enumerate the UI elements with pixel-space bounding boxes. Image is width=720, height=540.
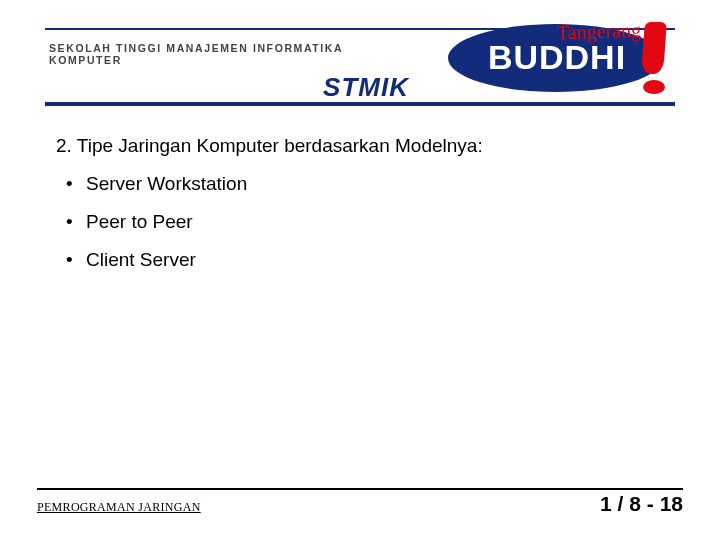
list-item: Client Server (62, 249, 664, 271)
section-heading: 2. Tipe Jaringan Komputer berdasarkan Mo… (56, 135, 664, 157)
logo-brand: BUDDHI (462, 38, 652, 77)
course-title: PEMROGRAMAN JARINGAN (37, 500, 201, 515)
header: SEKOLAH TINGGI MANAJEMEN INFORMATIKA KOM… (45, 28, 675, 106)
list-item: Peer to Peer (62, 211, 664, 233)
content: 2. Tipe Jaringan Komputer berdasarkan Mo… (56, 135, 664, 287)
page-number: 1 / 8 - 18 (600, 492, 683, 516)
bullet-list: Server Workstation Peer to Peer Client S… (62, 173, 664, 271)
header-bottom-rule (45, 102, 675, 106)
institution-line: SEKOLAH TINGGI MANAJEMEN INFORMATIKA KOM… (49, 42, 415, 66)
acronym: STMIK (323, 72, 409, 102)
exclamation-icon (635, 22, 673, 94)
footer-rule (37, 488, 683, 490)
header-text: SEKOLAH TINGGI MANAJEMEN INFORMATIKA KOM… (49, 42, 415, 103)
footer: PEMROGRAMAN JARINGAN 1 / 8 - 18 (37, 488, 683, 516)
list-item: Server Workstation (62, 173, 664, 195)
logo: Tangerang BUDDHI (440, 16, 675, 100)
slide: SEKOLAH TINGGI MANAJEMEN INFORMATIKA KOM… (0, 0, 720, 540)
acronym-row: STMIK (49, 72, 415, 103)
